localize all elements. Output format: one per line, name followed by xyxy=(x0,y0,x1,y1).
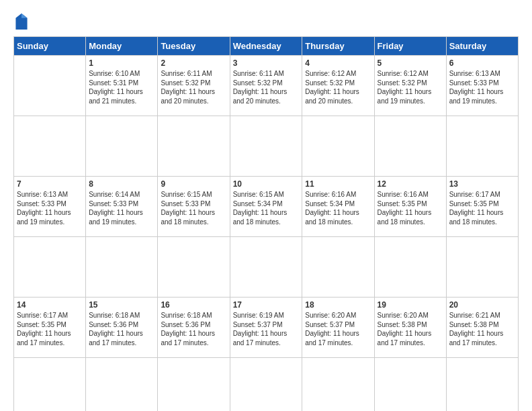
day-number: 4 xyxy=(305,58,371,68)
day-info: Sunrise: 6:12 AM Sunset: 5:32 PM Dayligh… xyxy=(378,69,443,105)
sunset-text: Sunset: 5:38 PM xyxy=(449,320,515,330)
day-info: Sunrise: 6:18 AM Sunset: 5:36 PM Dayligh… xyxy=(161,311,226,347)
calendar-cell: 14 Sunrise: 6:17 AM Sunset: 5:35 PM Dayl… xyxy=(14,298,86,358)
sunrise-text: Sunrise: 6:20 AM xyxy=(305,311,371,320)
sunset-text: Sunset: 5:32 PM xyxy=(161,79,226,88)
day-info: Sunrise: 6:16 AM Sunset: 5:34 PM Dayligh… xyxy=(305,190,371,226)
day-number: 13 xyxy=(449,179,515,189)
sunset-text: Sunset: 5:34 PM xyxy=(233,199,300,209)
calendar-cell: 9 Sunrise: 6:15 AM Sunset: 5:33 PM Dayli… xyxy=(158,177,230,237)
day-number: 10 xyxy=(233,179,300,189)
week-separator xyxy=(14,237,519,298)
day-info: Sunrise: 6:17 AM Sunset: 5:35 PM Dayligh… xyxy=(17,311,83,347)
day-number: 16 xyxy=(161,300,226,310)
day-info: Sunrise: 6:18 AM Sunset: 5:36 PM Dayligh… xyxy=(89,311,154,347)
calendar-cell: 2 Sunrise: 6:11 AM Sunset: 5:32 PM Dayli… xyxy=(158,56,230,116)
daylight-text: Daylight: 11 hours and 20 minutes. xyxy=(161,87,226,105)
day-info: Sunrise: 6:15 AM Sunset: 5:33 PM Dayligh… xyxy=(161,190,226,226)
page-header xyxy=(13,13,519,30)
sunrise-text: Sunrise: 6:19 AM xyxy=(233,311,300,320)
calendar-cell: 15 Sunrise: 6:18 AM Sunset: 5:36 PM Dayl… xyxy=(86,298,158,358)
daylight-text: Daylight: 11 hours and 17 minutes. xyxy=(378,329,443,347)
day-info: Sunrise: 6:21 AM Sunset: 5:38 PM Dayligh… xyxy=(449,311,515,347)
day-info: Sunrise: 6:19 AM Sunset: 5:37 PM Dayligh… xyxy=(233,311,300,347)
sunrise-text: Sunrise: 6:13 AM xyxy=(17,190,83,199)
sunset-text: Sunset: 5:32 PM xyxy=(233,79,300,88)
calendar-cell: 3 Sunrise: 6:11 AM Sunset: 5:32 PM Dayli… xyxy=(230,56,302,116)
sunset-text: Sunset: 5:38 PM xyxy=(378,320,443,330)
calendar-week-row: 14 Sunrise: 6:17 AM Sunset: 5:35 PM Dayl… xyxy=(14,298,519,358)
sunset-text: Sunset: 5:33 PM xyxy=(161,199,226,209)
calendar-cell: 11 Sunrise: 6:16 AM Sunset: 5:34 PM Dayl… xyxy=(302,177,374,237)
daylight-text: Daylight: 11 hours and 20 minutes. xyxy=(305,87,371,105)
sunset-text: Sunset: 5:36 PM xyxy=(89,320,154,330)
sunset-text: Sunset: 5:34 PM xyxy=(305,199,371,209)
day-info: Sunrise: 6:10 AM Sunset: 5:31 PM Dayligh… xyxy=(89,69,154,105)
calendar-cell: 6 Sunrise: 6:13 AM Sunset: 5:33 PM Dayli… xyxy=(446,56,518,116)
day-number: 1 xyxy=(89,58,154,68)
sunrise-text: Sunrise: 6:18 AM xyxy=(89,311,154,320)
sunset-text: Sunset: 5:35 PM xyxy=(17,320,83,330)
daylight-text: Daylight: 11 hours and 19 minutes. xyxy=(89,208,154,226)
day-info: Sunrise: 6:11 AM Sunset: 5:32 PM Dayligh… xyxy=(161,69,226,105)
sunrise-text: Sunrise: 6:11 AM xyxy=(161,69,226,79)
sunrise-text: Sunrise: 6:18 AM xyxy=(161,311,226,320)
calendar-week-row: 1 Sunrise: 6:10 AM Sunset: 5:31 PM Dayli… xyxy=(14,56,519,116)
calendar-cell: 18 Sunrise: 6:20 AM Sunset: 5:37 PM Dayl… xyxy=(302,298,374,358)
calendar-cell: 20 Sunrise: 6:21 AM Sunset: 5:38 PM Dayl… xyxy=(446,298,518,358)
week-separator xyxy=(14,116,519,177)
calendar-cell: 17 Sunrise: 6:19 AM Sunset: 5:37 PM Dayl… xyxy=(230,298,302,358)
sunrise-text: Sunrise: 6:20 AM xyxy=(378,311,443,320)
sunrise-text: Sunrise: 6:16 AM xyxy=(378,190,443,199)
calendar-cell: 13 Sunrise: 6:17 AM Sunset: 5:35 PM Dayl… xyxy=(446,177,518,237)
day-number: 12 xyxy=(378,179,443,189)
day-number: 20 xyxy=(449,300,515,310)
day-number: 5 xyxy=(378,58,443,68)
sunset-text: Sunset: 5:35 PM xyxy=(449,199,515,209)
calendar-cell: 5 Sunrise: 6:12 AM Sunset: 5:32 PM Dayli… xyxy=(374,56,446,116)
daylight-text: Daylight: 11 hours and 19 minutes. xyxy=(449,87,515,105)
day-of-week-header: Wednesday xyxy=(230,37,302,56)
daylight-text: Daylight: 11 hours and 17 minutes. xyxy=(17,329,83,347)
calendar-cell: 1 Sunrise: 6:10 AM Sunset: 5:31 PM Dayli… xyxy=(86,56,158,116)
svg-marker-1 xyxy=(21,13,28,18)
sunset-text: Sunset: 5:37 PM xyxy=(233,320,300,330)
calendar-cell: 4 Sunrise: 6:12 AM Sunset: 5:32 PM Dayli… xyxy=(302,56,374,116)
day-of-week-header: Friday xyxy=(374,37,446,56)
day-number: 11 xyxy=(305,179,371,189)
day-info: Sunrise: 6:17 AM Sunset: 5:35 PM Dayligh… xyxy=(449,190,515,226)
daylight-text: Daylight: 11 hours and 19 minutes. xyxy=(17,208,83,226)
sunset-text: Sunset: 5:36 PM xyxy=(161,320,226,330)
daylight-text: Daylight: 11 hours and 18 minutes. xyxy=(233,208,300,226)
day-info: Sunrise: 6:15 AM Sunset: 5:34 PM Dayligh… xyxy=(233,190,300,226)
day-number: 2 xyxy=(161,58,226,68)
daylight-text: Daylight: 11 hours and 18 minutes. xyxy=(378,208,443,226)
day-number: 8 xyxy=(89,179,154,189)
day-number: 17 xyxy=(233,300,300,310)
day-info: Sunrise: 6:16 AM Sunset: 5:35 PM Dayligh… xyxy=(378,190,443,226)
daylight-text: Daylight: 11 hours and 17 minutes. xyxy=(449,329,515,347)
daylight-text: Daylight: 11 hours and 19 minutes. xyxy=(378,87,443,105)
daylight-text: Daylight: 11 hours and 17 minutes. xyxy=(305,329,371,347)
calendar-week-row: 7 Sunrise: 6:13 AM Sunset: 5:33 PM Dayli… xyxy=(14,177,519,237)
logo xyxy=(13,13,31,30)
calendar-cell: 8 Sunrise: 6:14 AM Sunset: 5:33 PM Dayli… xyxy=(86,177,158,237)
day-number: 3 xyxy=(233,58,300,68)
daylight-text: Daylight: 11 hours and 18 minutes. xyxy=(161,208,226,226)
sunrise-text: Sunrise: 6:16 AM xyxy=(305,190,371,199)
day-number: 7 xyxy=(17,179,83,189)
sunset-text: Sunset: 5:35 PM xyxy=(378,199,443,209)
day-info: Sunrise: 6:12 AM Sunset: 5:32 PM Dayligh… xyxy=(305,69,371,105)
day-number: 6 xyxy=(449,58,515,68)
sunrise-text: Sunrise: 6:17 AM xyxy=(449,190,515,199)
day-number: 19 xyxy=(378,300,443,310)
sunrise-text: Sunrise: 6:12 AM xyxy=(378,69,443,79)
day-info: Sunrise: 6:20 AM Sunset: 5:37 PM Dayligh… xyxy=(305,311,371,347)
daylight-text: Daylight: 11 hours and 18 minutes. xyxy=(449,208,515,226)
calendar-header-row: SundayMondayTuesdayWednesdayThursdayFrid… xyxy=(14,37,519,56)
daylight-text: Daylight: 11 hours and 18 minutes. xyxy=(305,208,371,226)
sunset-text: Sunset: 5:33 PM xyxy=(89,199,154,209)
calendar-cell xyxy=(14,56,86,116)
calendar-table: SundayMondayTuesdayWednesdayThursdayFrid… xyxy=(13,36,519,411)
sunrise-text: Sunrise: 6:17 AM xyxy=(17,311,83,320)
